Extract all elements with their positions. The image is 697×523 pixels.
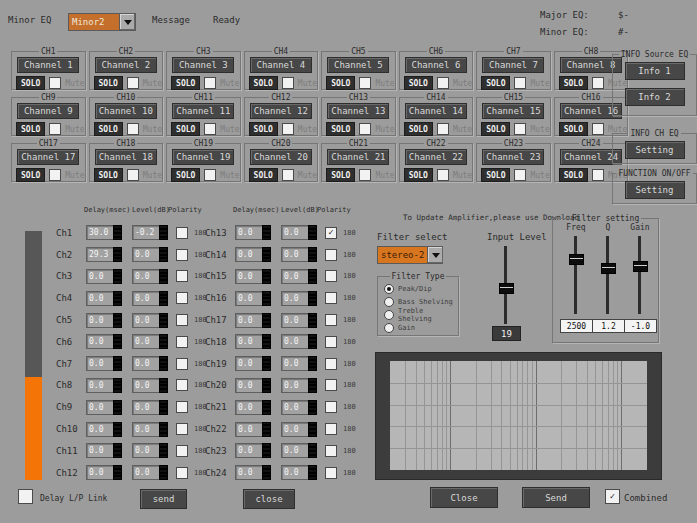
send-lower-button[interactable]: send [140, 489, 187, 509]
level-spinner[interactable]: 0.0 [281, 225, 317, 240]
spin-down-icon[interactable] [113, 342, 122, 350]
channel-button[interactable]: Channel 6 [405, 57, 467, 73]
spin-down-icon[interactable] [308, 298, 317, 306]
delay-spinner[interactable]: 0.0 [235, 313, 271, 328]
delay-spinner[interactable]: 0.0 [86, 443, 122, 458]
filter-type-option[interactable]: Gain [384, 321, 458, 334]
spin-up-icon[interactable] [113, 422, 122, 430]
spin-up-icon[interactable] [159, 378, 168, 386]
delay-spinner[interactable]: 0.0 [235, 291, 271, 306]
polarity-checkbox[interactable] [176, 336, 188, 348]
spin-up-icon[interactable] [113, 291, 122, 299]
filter-type-option[interactable]: Peak/Dip [384, 282, 458, 295]
polarity-checkbox[interactable] [176, 445, 188, 457]
spin-down-icon[interactable] [159, 473, 168, 481]
spin-down-icon[interactable] [159, 407, 168, 415]
delay-spinner[interactable]: 0.0 [86, 400, 122, 415]
mute-checkbox[interactable] [49, 77, 61, 89]
delay-spinner[interactable]: 0.0 [235, 422, 271, 437]
solo-button[interactable]: SOLO [404, 76, 433, 90]
spin-down-icon[interactable] [262, 473, 271, 481]
spin-down-icon[interactable] [262, 233, 271, 241]
spin-down-icon[interactable] [308, 385, 317, 393]
level-spinner[interactable]: 0.0 [281, 313, 317, 328]
channel-button[interactable]: Channel 2 [95, 57, 157, 73]
spin-down-icon[interactable] [113, 451, 122, 459]
spin-up-icon[interactable] [308, 356, 317, 364]
solo-button[interactable]: SOLO [326, 168, 355, 182]
spin-up-icon[interactable] [113, 443, 122, 451]
spin-up-icon[interactable] [262, 378, 271, 386]
spin-down-icon[interactable] [113, 385, 122, 393]
mute-checkbox[interactable] [282, 77, 294, 89]
solo-button[interactable]: SOLO [404, 168, 433, 182]
delay-spinner[interactable]: 0.0 [235, 225, 271, 240]
spin-down-icon[interactable] [308, 407, 317, 415]
solo-button[interactable]: SOLO [171, 168, 200, 182]
mute-checkbox[interactable] [359, 123, 371, 135]
channel-button[interactable]: Channel 15 [482, 103, 544, 119]
channel-button[interactable]: Channel 20 [250, 149, 312, 165]
spin-down-icon[interactable] [113, 407, 122, 415]
solo-button[interactable]: SOLO [481, 168, 510, 182]
level-spinner[interactable]: 0.0 [281, 465, 317, 480]
graph-plot[interactable] [390, 361, 647, 470]
polarity-checkbox[interactable] [325, 270, 337, 282]
solo-button[interactable]: SOLO [481, 76, 510, 90]
solo-button[interactable]: SOLO [559, 122, 588, 136]
filter-type-option[interactable]: Treble Shelving [384, 308, 458, 321]
spin-up-icon[interactable] [308, 443, 317, 451]
spin-up-icon[interactable] [308, 313, 317, 321]
mute-checkbox[interactable] [592, 123, 604, 135]
spin-up-icon[interactable] [113, 313, 122, 321]
channel-button[interactable]: Channel 4 [250, 57, 312, 73]
spin-down-icon[interactable] [308, 342, 317, 350]
delay-spinner[interactable]: 30.0 [86, 225, 122, 240]
spin-down-icon[interactable] [308, 320, 317, 328]
spin-up-icon[interactable] [262, 356, 271, 364]
spin-down-icon[interactable] [308, 233, 317, 241]
filter-slider-handle[interactable] [601, 263, 616, 274]
channel-button[interactable]: Channel 18 [95, 149, 157, 165]
delay-spinner[interactable]: 0.0 [86, 465, 122, 480]
spin-up-icon[interactable] [113, 334, 122, 342]
solo-button[interactable]: SOLO [94, 168, 123, 182]
channel-button[interactable]: Channel 7 [482, 57, 544, 73]
channel-button[interactable]: Channel 23 [482, 149, 544, 165]
solo-button[interactable]: SOLO [94, 76, 123, 90]
level-spinner[interactable]: 0.0 [281, 378, 317, 393]
spin-down-icon[interactable] [308, 364, 317, 372]
solo-button[interactable]: SOLO [94, 122, 123, 136]
solo-button[interactable]: SOLO [404, 122, 433, 136]
level-spinner[interactable]: 0.0 [281, 291, 317, 306]
solo-button[interactable]: SOLO [171, 122, 200, 136]
level-spinner[interactable]: 0.0 [281, 247, 317, 262]
spin-down-icon[interactable] [262, 364, 271, 372]
spin-down-icon[interactable] [113, 233, 122, 241]
mute-checkbox[interactable] [204, 77, 216, 89]
delay-spinner[interactable]: 0.0 [235, 400, 271, 415]
mute-checkbox[interactable] [514, 77, 526, 89]
spin-down-icon[interactable] [113, 473, 122, 481]
level-spinner[interactable]: 0.0 [132, 443, 168, 458]
level-spinner[interactable]: 0.0 [132, 334, 168, 349]
spin-up-icon[interactable] [262, 225, 271, 233]
spin-down-icon[interactable] [262, 451, 271, 459]
channel-button[interactable]: Channel 3 [172, 57, 234, 73]
dropdown-arrow-icon[interactable] [119, 14, 135, 30]
spin-down-icon[interactable] [262, 255, 271, 263]
level-spinner[interactable]: -0.2 [132, 225, 168, 240]
delay-spinner[interactable]: 0.0 [235, 269, 271, 284]
mute-checkbox[interactable] [127, 77, 139, 89]
delay-spinner[interactable]: 0.0 [235, 247, 271, 262]
level-spinner[interactable]: 0.0 [132, 269, 168, 284]
spin-down-icon[interactable] [159, 320, 168, 328]
dropdown-arrow-icon[interactable] [427, 247, 443, 263]
spin-up-icon[interactable] [262, 443, 271, 451]
spin-down-icon[interactable] [159, 364, 168, 372]
solo-button[interactable]: SOLO [16, 76, 45, 90]
mute-checkbox[interactable] [359, 169, 371, 181]
solo-button[interactable]: SOLO [481, 122, 510, 136]
level-spinner[interactable]: 0.0 [281, 422, 317, 437]
mute-checkbox[interactable] [282, 169, 294, 181]
